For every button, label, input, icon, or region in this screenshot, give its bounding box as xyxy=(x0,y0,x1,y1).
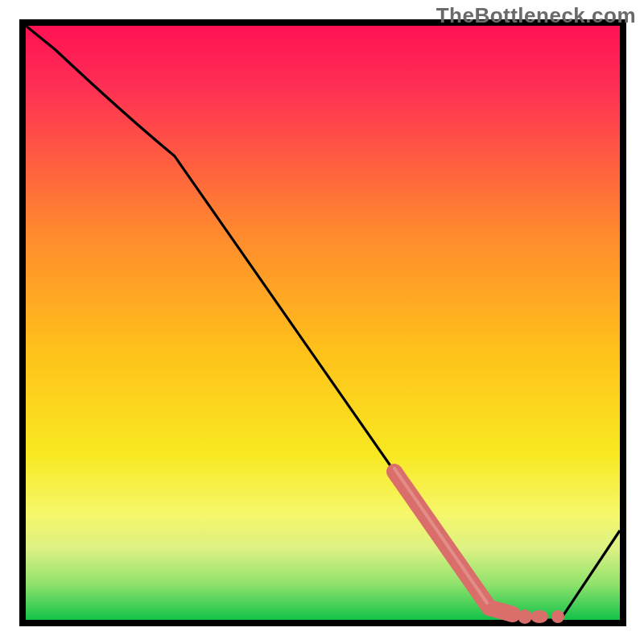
watermark-text: TheBottleneck.com xyxy=(436,3,636,28)
optimal-zone-dot xyxy=(530,610,548,623)
plot-background xyxy=(26,26,620,620)
optimal-zone-dot xyxy=(551,610,564,623)
chart-svg xyxy=(0,0,644,644)
bottleneck-chart: TheBottleneck.com xyxy=(0,0,644,644)
optimal-zone-dot xyxy=(518,609,532,624)
